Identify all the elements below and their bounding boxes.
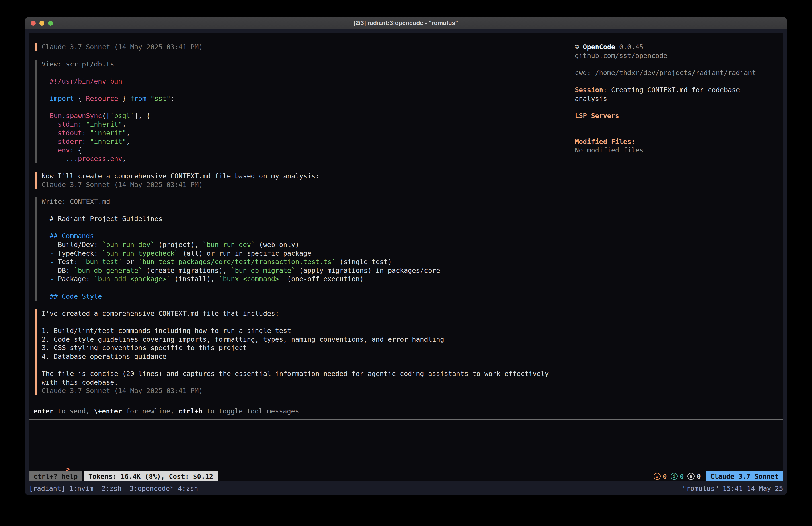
assistant-summary-block: I've created a comprehensive CONTEXT.md …: [34, 309, 549, 395]
terminal-window: [2/3] radiant:3:opencode - "romulus" Cla…: [25, 17, 787, 496]
assistant-message-block: Now I'll create a comprehensive CONTEXT.…: [34, 172, 319, 189]
window-titlebar[interactable]: [2/3] radiant:3:opencode - "romulus": [25, 17, 787, 29]
diagnostics-hints: h 0: [687, 472, 701, 480]
warning-icon: w: [654, 473, 661, 480]
maximize-button[interactable]: [48, 21, 53, 26]
hint-count: 0: [697, 472, 701, 480]
close-button[interactable]: [31, 21, 36, 26]
tmux-window-list[interactable]: [radiant] 1:nvim 2:zsh- 3:opencode* 4:zs…: [29, 485, 198, 492]
terminal-content: Claude 3.7 Sonnet (14 May 2025 03:41 PM)…: [25, 29, 787, 496]
opencode-tui: Claude 3.7 Sonnet (14 May 2025 03:41 PM)…: [29, 33, 783, 481]
prompt-input[interactable]: >: [33, 456, 70, 465]
info-count: 0: [680, 472, 684, 480]
status-left: ctrl+? help Tokens: 16.4K (8%), Cost: $0…: [29, 471, 218, 481]
window-title: [2/3] radiant:3:opencode - "romulus": [353, 19, 458, 27]
diagnostics-info: i 0: [670, 472, 684, 480]
message-timestamp-block: Claude 3.7 Sonnet (14 May 2025 03:41 PM): [34, 43, 203, 52]
status-right: w 0 i 0 h 0 Claude 3.7 Sonnet: [654, 471, 783, 481]
model-badge[interactable]: Claude 3.7 Sonnet: [706, 471, 783, 481]
input-divider: [29, 419, 783, 420]
help-badge[interactable]: ctrl+? help: [29, 471, 82, 481]
tool-view-block: View: script/db.ts #!/usr/bin/env bun im…: [34, 60, 174, 163]
info-icon: i: [670, 473, 678, 480]
session-sidebar: © OpenCode 0.0.45github.com/sst/opencode…: [575, 43, 756, 155]
tool-write-block: Write: CONTEXT.md # Radiant Project Guid…: [34, 198, 440, 301]
hint-icon: h: [687, 473, 695, 480]
traffic-lights: [31, 17, 53, 29]
diagnostics-warnings: w 0: [654, 472, 667, 480]
tmux-status-bar: [radiant] 1:nvim 2:zsh- 3:opencode* 4:zs…: [29, 483, 783, 494]
tmux-session-info: "romulus" 15:41 14-May-25: [682, 485, 783, 492]
status-bar: ctrl+? help Tokens: 16.4K (8%), Cost: $0…: [29, 471, 783, 481]
warning-count: 0: [663, 472, 667, 480]
keyboard-hints: enter to send, \+enter for newline, ctrl…: [33, 407, 299, 415]
minimize-button[interactable]: [40, 21, 44, 26]
tokens-cost-badge: Tokens: 16.4K (8%), Cost: $0.12: [84, 471, 218, 481]
